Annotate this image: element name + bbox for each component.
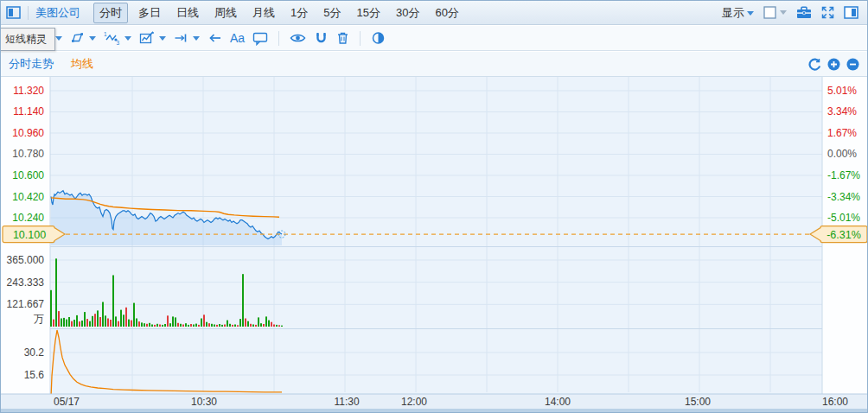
x-axis-label: 16:00 <box>822 396 848 408</box>
polygon-draw-tool[interactable] <box>70 31 96 45</box>
period-tab-zhouxian[interactable]: 周线 <box>209 3 242 22</box>
volume-bar <box>97 310 99 327</box>
volume-bar <box>94 314 96 327</box>
price-tick-label: 11.320 <box>13 85 44 97</box>
volume-bar <box>252 325 254 327</box>
toolbox-icon[interactable] <box>796 6 812 19</box>
view-tab-bar: 分时走势 均线 <box>1 52 867 77</box>
volume-tick-label: 365.000 <box>7 254 45 266</box>
volume-bar <box>182 325 184 327</box>
volume-bar <box>224 325 226 327</box>
current-percent-value: -6.31% <box>827 229 861 241</box>
delete-trash-icon[interactable] <box>336 31 349 45</box>
chart-region: 11.3205.01%11.1403.34%10.9601.67%10.7800… <box>1 77 868 413</box>
volume-bar <box>61 319 62 327</box>
volume-bar <box>162 325 163 327</box>
panel-left-icon[interactable] <box>6 6 21 19</box>
visibility-eye-icon[interactable] <box>290 31 306 45</box>
tab-intraday-trend[interactable]: 分时走势 <box>9 56 54 72</box>
refresh-icon[interactable] <box>808 58 821 71</box>
volume-bar <box>84 312 86 327</box>
period-tab-60min[interactable]: 60分 <box>430 3 463 22</box>
stock-chart-window: 美图公司 分时 多日 日线 周线 月线 1分 5分 15分 30分 60分 显示 <box>0 0 868 413</box>
volume-bar <box>89 321 91 327</box>
volume-bar <box>273 325 275 327</box>
volume-bar <box>164 324 166 327</box>
tab-moving-average[interactable]: 均线 <box>71 56 93 72</box>
volume-bar <box>281 326 283 327</box>
volume-bar <box>250 324 252 327</box>
measure-tool[interactable] <box>174 31 200 45</box>
period-tab-30min[interactable]: 30分 <box>391 3 424 22</box>
volume-bar <box>211 324 213 327</box>
x-axis-label: 14:00 <box>545 396 571 408</box>
volume-bar <box>138 321 140 327</box>
volume-bar <box>195 324 197 327</box>
drawing-toolbar: 短线精灵 13 Aa <box>1 26 867 51</box>
divider <box>278 31 279 46</box>
volume-bar <box>71 321 73 327</box>
volume-bar <box>105 315 106 327</box>
period-tab-rixian[interactable]: 日线 <box>171 3 204 22</box>
svg-text:1: 1 <box>104 31 107 37</box>
volume-bar <box>237 325 239 327</box>
frame-select-icon[interactable] <box>763 6 787 19</box>
volume-bar <box>198 325 200 327</box>
volume-bar <box>180 324 182 327</box>
wave-draw-tool[interactable]: 13 <box>104 31 131 45</box>
volume-bar <box>242 274 244 327</box>
volume-bar <box>172 316 174 327</box>
volume-bar <box>55 258 57 327</box>
volume-bar <box>86 319 88 327</box>
period-tab-duori[interactable]: 多日 <box>133 3 166 22</box>
volume-bar <box>149 323 150 327</box>
zoom-in-icon[interactable] <box>827 58 840 71</box>
window-bottom-strip <box>1 409 868 413</box>
volume-bar <box>146 324 148 327</box>
volume-bar <box>203 315 205 327</box>
volume-bar <box>245 319 246 327</box>
volume-bar <box>151 325 153 327</box>
fullscreen-icon[interactable] <box>821 6 834 19</box>
volume-bar <box>118 321 119 327</box>
volume-tick-label: 243.333 <box>7 276 45 289</box>
volume-bar <box>50 290 52 327</box>
percent-tick-label: -1.67% <box>827 169 860 181</box>
volume-bar <box>92 316 93 327</box>
current-price-value: 10.100 <box>13 229 46 241</box>
volume-bar <box>232 325 233 327</box>
text-tool[interactable]: Aa <box>230 31 245 45</box>
volume-bar <box>99 317 101 327</box>
contrast-toggle-icon[interactable] <box>371 31 386 45</box>
period-tab-yuexian[interactable]: 月线 <box>247 3 280 22</box>
zoom-out-icon[interactable] <box>846 58 859 71</box>
volume-bar <box>68 317 70 327</box>
volume-bar <box>188 325 189 327</box>
volume-bar <box>206 322 207 327</box>
percent-tick-label: 3.34% <box>827 105 857 118</box>
period-tab-5min[interactable]: 5分 <box>318 3 346 22</box>
period-tab-1min[interactable]: 1分 <box>285 3 313 22</box>
volume-bar <box>227 321 228 327</box>
volume-bar <box>141 322 143 327</box>
volume-bar <box>63 318 65 327</box>
x-axis-label: 15:00 <box>685 396 711 408</box>
display-dropdown[interactable]: 显示 <box>722 5 754 21</box>
volume-bar <box>193 325 195 327</box>
volume-bar <box>53 320 54 327</box>
volume-bar <box>102 302 104 327</box>
chart-canvas[interactable]: 11.3205.01%11.1403.34%10.9601.67%10.7800… <box>1 77 868 413</box>
volume-bar <box>271 322 272 327</box>
volume-bar <box>263 324 265 327</box>
callout-tool[interactable] <box>252 31 268 46</box>
magnet-icon[interactable] <box>314 31 329 45</box>
period-tab-15min[interactable]: 15分 <box>351 3 385 22</box>
symbol-name[interactable]: 美图公司 <box>35 5 80 21</box>
panel-right-icon[interactable] <box>844 6 858 19</box>
volume-bar <box>177 323 179 327</box>
volume-bar <box>123 315 124 327</box>
period-tab-fenshi[interactable]: 分时 <box>93 3 128 23</box>
arrow-left-icon[interactable] <box>207 31 222 45</box>
pattern-draw-tool[interactable] <box>139 31 166 45</box>
volume-bar <box>133 303 135 327</box>
